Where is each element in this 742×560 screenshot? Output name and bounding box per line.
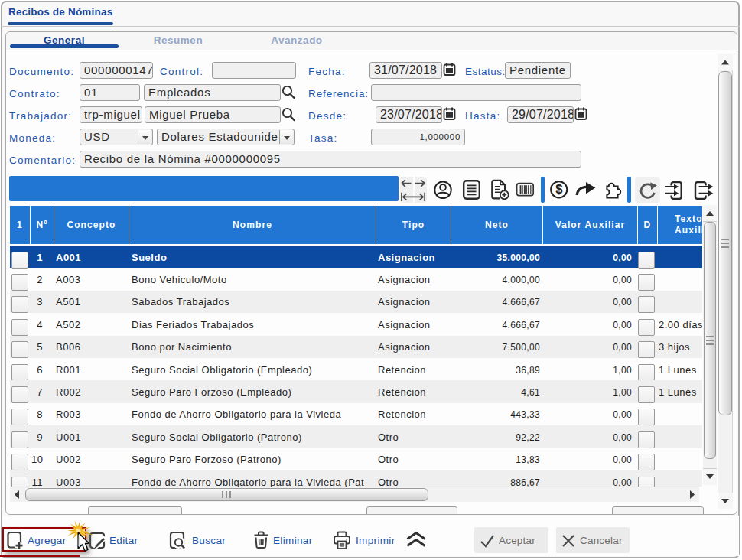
svg-text:$: $ — [555, 182, 562, 196]
